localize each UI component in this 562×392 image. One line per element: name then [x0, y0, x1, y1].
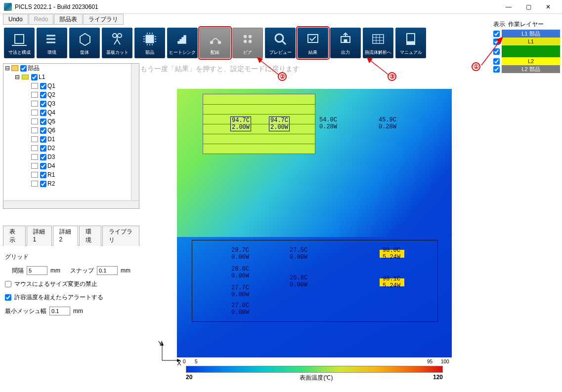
property-tabs: 表示詳細1詳細2環境ライブラリ — [3, 226, 139, 246]
tree-item-checkbox[interactable] — [40, 154, 46, 160]
tree-item[interactable]: Q2 — [47, 91, 55, 98]
tree-item-checkbox[interactable] — [40, 118, 46, 125]
tree-item[interactable]: Q4 — [47, 109, 55, 116]
tree-item-checkbox[interactable] — [40, 145, 46, 152]
toolbar-icon — [240, 28, 255, 49]
toolbar-button-11[interactable]: 熱流体解析へ — [363, 28, 393, 58]
tab-表示[interactable]: 表示 — [3, 226, 26, 246]
tree-item[interactable]: D1 — [47, 136, 55, 143]
callout-3: ③ — [388, 72, 396, 81]
tree-item-checkbox[interactable] — [40, 181, 46, 187]
toolbar: 寸法と構成環境筐体基板カット部品ヒートシンク配線ビアプレビュー結果出力熱流体解析… — [0, 25, 562, 60]
component-icon — [31, 172, 38, 178]
tree-item[interactable]: Q1 — [47, 82, 55, 89]
alert-label: 許容温度を超えたらアラートする — [14, 293, 103, 302]
tree-item-checkbox[interactable] — [40, 172, 46, 178]
library-button[interactable]: ライブラリ — [83, 14, 124, 25]
toolbar-button-5[interactable]: ヒートシンク — [167, 28, 198, 58]
svg-line-27 — [481, 40, 500, 65]
toolbar-icon — [110, 28, 125, 49]
layer-chip[interactable]: L1 部品 — [502, 30, 560, 38]
component-icon — [31, 127, 38, 133]
tree-item-checkbox[interactable] — [40, 83, 46, 89]
tree-item-checkbox[interactable] — [40, 92, 46, 98]
parts-list-button[interactable]: 部品表 — [54, 14, 83, 25]
close-button[interactable]: ✕ — [538, 0, 558, 14]
tree-item[interactable]: D3 — [47, 154, 55, 160]
alert-checkbox[interactable] — [5, 294, 11, 301]
component-icon — [31, 110, 38, 116]
undo-button[interactable]: Undo — [3, 14, 28, 25]
collapse-icon[interactable]: ⊟ — [4, 65, 10, 72]
heatmap-canvas[interactable]: 94.7C 2.00W94.7C 2.00W54.0C 0.28W45.9C 0… — [177, 89, 452, 357]
tree-vertical-scrollbar[interactable] — [131, 64, 139, 200]
tree-item[interactable]: D2 — [47, 145, 55, 152]
tree-item-checkbox[interactable] — [40, 110, 46, 116]
maximize-button[interactable]: ▢ — [519, 0, 538, 14]
tree-item[interactable]: Q6 — [47, 127, 55, 134]
minmesh-input[interactable] — [49, 307, 70, 315]
folder-icon — [11, 65, 18, 71]
component-icon — [31, 154, 38, 160]
tree-l1-checkbox[interactable] — [31, 74, 38, 80]
redo-button[interactable]: Redo — [29, 14, 54, 25]
tab-詳細2[interactable]: 詳細2 — [53, 226, 78, 246]
tree-item[interactable]: R1 — [47, 171, 55, 178]
snap-input[interactable] — [97, 266, 118, 275]
axis-origin-icon — [156, 341, 181, 365]
component-label: 27.5C 0.00W — [290, 247, 307, 261]
tab-環境[interactable]: 環境 — [79, 226, 102, 246]
tree-item[interactable]: Q3 — [47, 100, 55, 107]
tree-item-checkbox[interactable] — [40, 127, 46, 134]
tree-parts-checkbox[interactable] — [20, 65, 27, 72]
toolbar-button-4[interactable]: 部品 — [134, 28, 165, 58]
toolbar-icon — [403, 28, 418, 49]
tree-item-checkbox[interactable] — [40, 163, 46, 169]
tree-root[interactable]: 部品 — [28, 64, 40, 73]
toolbar-icon — [44, 28, 59, 49]
svg-rect-13 — [308, 35, 318, 42]
component-icon — [31, 145, 38, 151]
toolbar-button-7[interactable]: ビア — [232, 28, 263, 58]
svg-marker-20 — [161, 342, 164, 346]
component-icon — [31, 83, 38, 89]
component-label: 28.6C 0.00W — [231, 266, 249, 279]
svg-marker-28 — [496, 37, 503, 44]
tree-horizontal-scrollbar[interactable] — [3, 200, 139, 208]
titlebar: PICLS 2022.1 - Build 20230601 — ▢ ✕ — [0, 0, 562, 14]
tab-詳細1[interactable]: 詳細1 — [27, 226, 52, 246]
layer-chip[interactable]: L1 — [502, 38, 560, 45]
tree-item[interactable]: Q5 — [47, 118, 55, 125]
minimize-button[interactable]: — — [499, 0, 519, 14]
toolbar-button-12[interactable]: マニュアル — [395, 28, 426, 58]
toolbar-button-0[interactable]: 寸法と構成 — [4, 28, 35, 58]
layer-chip[interactable] — [502, 45, 560, 57]
svg-marker-24 — [257, 57, 263, 63]
svg-rect-0 — [15, 35, 24, 43]
parts-tree[interactable]: ⊟部品 ⊟L1 Q1Q2Q3Q4Q5Q6D1D2D3D4R1R2 — [3, 63, 139, 209]
toolbar-button-9[interactable]: 結果 — [298, 28, 328, 58]
tree-l1[interactable]: L1 — [39, 74, 45, 80]
toolbar-button-2[interactable]: 筐体 — [69, 28, 100, 58]
svg-rect-15 — [344, 39, 347, 42]
svg-marker-22 — [177, 359, 181, 362]
tree-item[interactable]: D4 — [47, 162, 55, 169]
tab-ライブラリ[interactable]: ライブラリ — [102, 226, 139, 246]
collapse-icon[interactable]: ⊟ — [14, 74, 20, 80]
layer-chip[interactable]: L2 — [502, 57, 560, 65]
legend-max: 120 — [433, 374, 443, 382]
tree-item-checkbox[interactable] — [40, 136, 46, 143]
interval-input[interactable] — [27, 266, 47, 275]
mouse-resize-checkbox[interactable] — [5, 281, 11, 287]
toolbar-button-10[interactable]: 出力 — [330, 28, 361, 58]
tree-item-checkbox[interactable] — [40, 101, 46, 107]
unit-label: mm — [73, 308, 83, 314]
app-icon — [4, 3, 12, 11]
toolbar-button-3[interactable]: 基板カット — [102, 28, 132, 58]
tree-item[interactable]: R2 — [47, 180, 55, 187]
toolbar-button-1[interactable]: 環境 — [37, 28, 67, 58]
layer-chip[interactable]: L2 部品 — [502, 65, 560, 73]
svg-line-12 — [282, 41, 286, 44]
toolbar-button-6[interactable]: 配線 — [200, 28, 230, 58]
toolbar-button-8[interactable]: プレビュー — [265, 28, 296, 58]
